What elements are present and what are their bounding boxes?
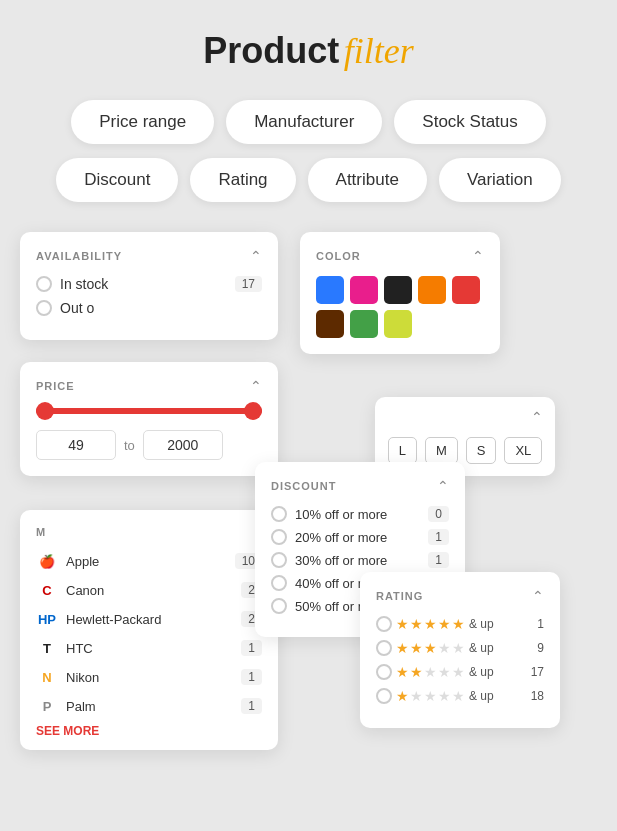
rating-count-1: 9	[537, 641, 544, 655]
star-full: ★	[410, 640, 423, 656]
size-header: ⌃	[387, 409, 543, 425]
color-swatch-6[interactable]	[350, 310, 378, 338]
rating-chevron[interactable]: ⌃	[532, 588, 544, 604]
star-half: ★	[452, 616, 465, 632]
star-full: ★	[410, 664, 423, 680]
rating-radio-1[interactable]	[376, 640, 392, 656]
title-bold: Product	[203, 30, 339, 71]
price-header: PRICE ⌃	[36, 378, 262, 394]
color-swatch-0[interactable]	[316, 276, 344, 304]
see-more-link[interactable]: SEE MORE	[36, 724, 262, 738]
color-swatch-4[interactable]	[452, 276, 480, 304]
price-title: PRICE	[36, 380, 75, 392]
rating-row-1: ★★★★★ & up 9	[376, 640, 544, 656]
color-swatch-5[interactable]	[316, 310, 344, 338]
color-title: COLOR	[316, 250, 361, 262]
discount-title: DISCOUNT	[271, 480, 336, 492]
star-full: ★	[396, 664, 409, 680]
color-swatch-7[interactable]	[384, 310, 412, 338]
mfr-name-4: Nikon	[66, 670, 233, 685]
pill-price-range[interactable]: Price range	[71, 100, 214, 144]
star-full: ★	[396, 616, 409, 632]
size-btn-s[interactable]: S	[466, 437, 497, 464]
cards-area: AVAILABILITY ⌃ In stock 17 Out o PRICE ⌃	[20, 232, 597, 732]
size-btn-m[interactable]: M	[425, 437, 458, 464]
availability-chevron[interactable]: ⌃	[250, 248, 262, 264]
price-inputs: to	[36, 430, 262, 460]
rating-count-0: 1	[537, 617, 544, 631]
discount-row-0: 10% off or more 0	[271, 506, 449, 522]
page-wrapper: Product filter Price rangeManufacturerSt…	[0, 0, 617, 831]
discount-row-2: 30% off or more 1	[271, 552, 449, 568]
availability-instock-radio[interactable]	[36, 276, 52, 292]
price-card: PRICE ⌃ to	[20, 362, 278, 476]
size-btn-l[interactable]: L	[388, 437, 417, 464]
color-swatches	[316, 276, 484, 338]
discount-radio-1[interactable]	[271, 529, 287, 545]
rating-radio-0[interactable]	[376, 616, 392, 632]
rating-row-0: ★★★★★ & up 1	[376, 616, 544, 632]
availability-title: AVAILABILITY	[36, 250, 122, 262]
price-min-input[interactable]	[36, 430, 116, 460]
star-empty: ★	[424, 664, 437, 680]
star-empty: ★	[438, 664, 451, 680]
size-row: LMSXL	[387, 437, 543, 464]
color-header: COLOR ⌃	[316, 248, 484, 264]
pill-variation[interactable]: Variation	[439, 158, 561, 202]
title-area: Product filter	[20, 30, 597, 72]
pill-attribute[interactable]: Attribute	[308, 158, 427, 202]
price-max-input[interactable]	[143, 430, 223, 460]
availability-header: AVAILABILITY ⌃	[36, 248, 262, 264]
manufacturer-card: M 🍎 Apple 10 C Canon 2 HP Hewlett-Packar…	[20, 510, 278, 750]
color-swatch-3[interactable]	[418, 276, 446, 304]
star-empty: ★	[438, 640, 451, 656]
rating-title: RATING	[376, 590, 423, 602]
rating-up-label-3: & up	[469, 689, 494, 703]
star-empty: ★	[452, 664, 465, 680]
pill-stock-status[interactable]: Stock Status	[394, 100, 545, 144]
star-full: ★	[410, 616, 423, 632]
pills-row-1: Price rangeManufacturerStock Status	[20, 100, 597, 144]
star-empty: ★	[410, 688, 423, 704]
discount-row-1: 20% off or more 1	[271, 529, 449, 545]
rating-radio-3[interactable]	[376, 688, 392, 704]
price-slider-track[interactable]	[36, 408, 262, 414]
discount-radio-0[interactable]	[271, 506, 287, 522]
mfr-name-3: HTC	[66, 641, 233, 656]
star-empty: ★	[424, 688, 437, 704]
mfr-count-5: 1	[241, 698, 262, 714]
rating-card: RATING ⌃ ★★★★★ & up 1 ★★★★★ & up 9 ★★★★★…	[360, 572, 560, 728]
star-empty: ★	[452, 640, 465, 656]
manufacturer-title: M	[36, 526, 46, 538]
pills-row-2: DiscountRatingAttributeVariation	[20, 158, 597, 202]
discount-label-1: 20% off or more	[295, 530, 420, 545]
mfr-name-2: Hewlett-Packard	[66, 612, 233, 627]
mfr-logo-0: 🍎	[36, 550, 58, 572]
availability-outof-radio[interactable]	[36, 300, 52, 316]
size-chevron[interactable]: ⌃	[531, 409, 543, 425]
discount-chevron[interactable]: ⌃	[437, 478, 449, 494]
discount-radio-3[interactable]	[271, 575, 287, 591]
pill-discount[interactable]: Discount	[56, 158, 178, 202]
rating-up-label-1: & up	[469, 641, 494, 655]
price-thumb-right[interactable]	[244, 402, 262, 420]
pill-manufacturer[interactable]: Manufacturer	[226, 100, 382, 144]
star-full: ★	[424, 640, 437, 656]
manufacturer-list: 🍎 Apple 10 C Canon 2 HP Hewlett-Packard …	[36, 550, 262, 717]
availability-instock-label: In stock	[60, 276, 227, 292]
color-swatch-1[interactable]	[350, 276, 378, 304]
discount-count-1: 1	[428, 529, 449, 545]
color-chevron[interactable]: ⌃	[472, 248, 484, 264]
discount-radio-4[interactable]	[271, 598, 287, 614]
price-chevron[interactable]: ⌃	[250, 378, 262, 394]
price-thumb-left[interactable]	[36, 402, 54, 420]
rating-radio-2[interactable]	[376, 664, 392, 680]
mfr-logo-2: HP	[36, 608, 58, 630]
color-swatch-2[interactable]	[384, 276, 412, 304]
rating-row-3: ★★★★★ & up 18	[376, 688, 544, 704]
discount-radio-2[interactable]	[271, 552, 287, 568]
size-btn-xl[interactable]: XL	[504, 437, 542, 464]
pill-rating[interactable]: Rating	[190, 158, 295, 202]
stars-0: ★★★★★	[396, 616, 465, 632]
manufacturer-row-1: C Canon 2	[36, 579, 262, 601]
